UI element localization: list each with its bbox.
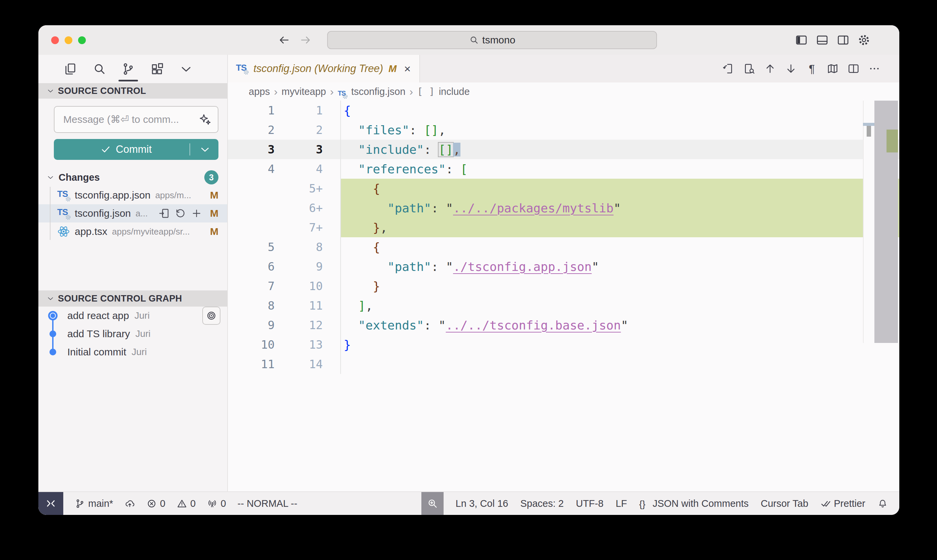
minimize-window-button[interactable] [65,36,72,44]
source-control-title: SOURCE CONTROL [58,86,146,96]
search-icon[interactable] [92,62,106,76]
map-icon[interactable] [826,63,839,75]
commit-row[interactable]: add react appJuri [38,306,227,325]
code-line[interactable]: 1013} [228,335,899,354]
tab-tsconfig-json-working-tree[interactable]: TS tsconfig.json (Working Tree) M × [228,55,420,82]
add-icon[interactable] [191,208,202,219]
braces-icon: {} [639,498,649,509]
tab-bar: TS tsconfig.json (Working Tree) M × ¶ [228,55,899,82]
file-name: tsconfig.app.json [75,189,151,201]
language-mode[interactable]: {}JSON with Comments [639,498,749,509]
breadcrumb-item[interactable]: apps [249,86,270,97]
breadcrumb-item[interactable]: myviteapp [282,86,326,97]
commit-dropdown-icon[interactable] [199,143,211,155]
more-icon[interactable] [868,63,880,75]
remote-indicator[interactable] [38,492,63,515]
open-preview-icon[interactable] [722,63,734,75]
commit-node-icon [49,349,56,355]
code-line[interactable]: 710 } [228,276,899,296]
arrow-down-icon[interactable] [785,63,797,75]
ports[interactable]: 0 [207,498,226,509]
commit-button[interactable]: Commit [54,139,218,160]
scrollbar-rail[interactable] [863,101,898,343]
layout-sidebar-right-icon[interactable] [837,34,849,46]
breadcrumb-item[interactable]: include [439,86,470,97]
change-row-app.tsx[interactable]: app.tsxapps/myviteapp/sr...M [38,222,227,241]
gear-icon[interactable] [858,34,870,46]
notifications[interactable] [877,498,888,509]
code-line[interactable]: 33 "include": [], [228,140,899,159]
code-editor[interactable]: 11{22 "files": [],33 "include": [],44 "r… [228,101,899,491]
code-line[interactable]: 22 "files": [], [228,120,899,140]
nav-back-icon[interactable] [278,34,290,46]
extensions-icon[interactable] [150,62,164,76]
code-line[interactable]: 7+ }, [228,218,899,237]
warnings[interactable]: 0 [177,498,195,509]
chevron-down-icon [46,173,54,182]
status-label: 0 [160,498,165,509]
file-search-icon[interactable] [743,63,755,75]
code-line[interactable]: 58 { [228,237,899,257]
close-tab-icon[interactable]: × [404,63,411,74]
ts-file-icon: TS [57,189,70,202]
discard-icon[interactable] [175,208,186,219]
formatter[interactable]: Prettier [820,498,865,509]
vim-mode[interactable]: -- NORMAL -- [238,498,297,509]
generate-commit-message-icon[interactable] [198,113,212,126]
layout-sidebar-left-icon[interactable] [795,34,808,46]
layout-panel-icon[interactable] [816,34,829,46]
activity-bar [38,55,227,83]
source-control-icon[interactable] [121,62,135,76]
screencast-zoom[interactable] [422,492,444,515]
editor-group: TS tsconfig.json (Working Tree) M × ¶ ap… [227,55,899,491]
status-label: 0 [190,498,195,509]
code-line[interactable]: 1114 [228,354,899,374]
indentation[interactable]: Spaces: 2 [520,498,564,509]
split-editor-icon[interactable] [848,63,860,75]
commit-message-input[interactable] [54,106,218,133]
pilcrow-icon[interactable]: ¶ [806,63,818,75]
code-line[interactable]: 44 "references": [ [228,159,899,179]
code-line[interactable]: 69 "path": "./tsconfig.app.json" [228,257,899,276]
cursor-position[interactable]: Ln 3, Col 16 [456,498,508,509]
status-label: Cursor Tab [761,498,808,509]
explorer-icon[interactable] [63,62,77,76]
go-to-file-icon[interactable] [158,208,170,219]
code-line[interactable]: 5+ { [228,179,899,198]
chevron-down-icon [46,87,54,95]
commit-row[interactable]: add TS libraryJuri [38,325,227,343]
source-control-graph-header[interactable]: SOURCE CONTROL GRAPH [38,291,227,306]
close-window-button[interactable] [51,36,59,44]
cursor-tab[interactable]: Cursor Tab [761,498,808,509]
command-center-search[interactable]: tsmono [327,31,657,49]
code-line[interactable]: 6+ "path": "../../packages/mytslib" [228,198,899,218]
chevron-down-icon[interactable] [179,62,193,76]
change-row-tsconfig.json[interactable]: TStsconfig.jsona...M [38,204,227,222]
zoom-window-button[interactable] [78,36,86,44]
code-line[interactable]: 11{ [228,101,899,120]
breadcrumb-item[interactable]: tsconfig.json [351,86,405,97]
change-row-tsconfig.app.json[interactable]: TStsconfig.app.jsonapps/m...M [38,186,227,204]
source-control-header[interactable]: SOURCE CONTROL [38,83,227,98]
tab-title: tsconfig.json (Working Tree) [254,63,383,75]
nav-forward-icon[interactable] [300,34,312,46]
checkout-commit-button[interactable] [202,306,220,325]
encoding[interactable]: UTF-8 [576,498,603,509]
changes-section-header[interactable]: Changes 3 [38,169,227,186]
code-line[interactable]: 811 ], [228,296,899,315]
branch-status[interactable]: main* [75,498,113,509]
errors[interactable]: 0 [146,498,165,509]
ts-file-icon: TS [338,89,347,99]
broadcast-icon [207,498,217,509]
status-label: main* [88,498,113,509]
code-line[interactable]: 912 "extends": "../../tsconfig.base.json… [228,315,899,335]
arrow-up-icon[interactable] [764,63,776,75]
file-path: apps/myviteapp/sr... [112,226,202,237]
search-value: tsmono [482,34,515,46]
eol[interactable]: LF [615,498,627,509]
sync-status[interactable] [125,498,135,509]
zoom-in-icon [427,498,438,509]
commit-node-icon [49,331,56,337]
commit-row[interactable]: Initial commitJuri [38,343,227,361]
status-label: LF [615,498,627,509]
